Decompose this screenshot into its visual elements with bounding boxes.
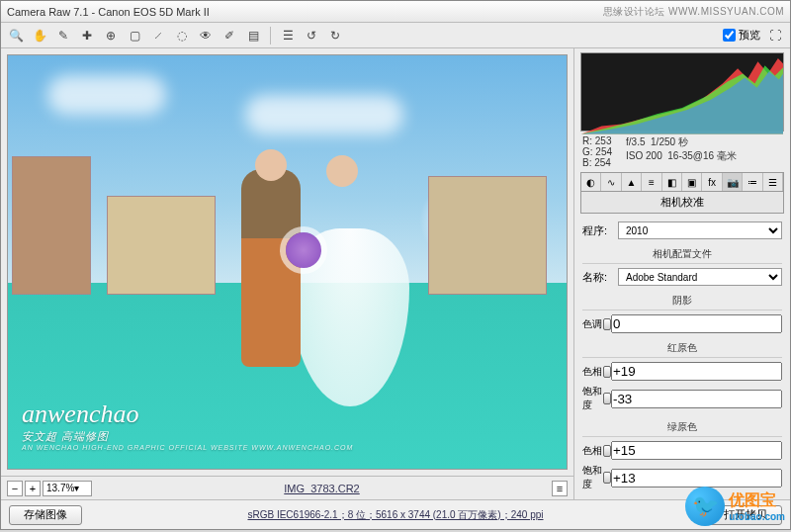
eyedropper-icon[interactable]: ✎	[54, 27, 72, 44]
green-hue-value[interactable]	[611, 441, 782, 460]
logo-cn: 优图宝	[729, 490, 785, 511]
rgb-r: R: 253	[582, 135, 612, 146]
red-sat-value[interactable]	[611, 390, 782, 408]
straighten-icon[interactable]: ⟋	[149, 27, 167, 44]
graduated-filter-icon[interactable]: ▤	[244, 27, 262, 44]
aperture-shutter: f/3.5 1/250 秒	[626, 135, 737, 149]
tab-presets[interactable]: ≔	[743, 173, 762, 191]
shadow-tint-label: 色调	[582, 317, 603, 331]
dialog-footer: 存储图像 sRGB IEC61966-2.1；8 位；5616 x 3744 (…	[1, 499, 790, 529]
save-button[interactable]: 存储图像	[9, 505, 82, 525]
profile-section: 相机配置文件	[582, 245, 782, 264]
tab-curve[interactable]: ∿	[601, 173, 621, 191]
tab-split[interactable]: ◧	[662, 173, 682, 191]
tab-detail[interactable]: ▲	[622, 173, 642, 191]
green-section: 绿原色	[582, 418, 782, 437]
adjust-tabs: ◐ ∿ ▲ ≡ ◧ ▣ fx 📷 ≔ ☰	[580, 172, 784, 192]
exposure-info: R: 253 G: 254 B: 254 f/3.5 1/250 秒 ISO 2…	[574, 133, 790, 170]
zoom-control: − + 13.7% ▾	[7, 481, 92, 496]
profile-select[interactable]: Adobe Standard	[618, 268, 782, 286]
logo-en: utobao.com	[729, 511, 785, 522]
zoom-in-button[interactable]: +	[25, 481, 41, 496]
right-pane: R: 253 G: 254 B: 254 f/3.5 1/250 秒 ISO 2…	[574, 48, 790, 499]
fullscreen-icon[interactable]: ⛶	[766, 27, 784, 44]
spot-removal-icon[interactable]: ◌	[173, 27, 191, 44]
bird-icon: 🐦	[685, 487, 725, 526]
name-label: 名称:	[582, 270, 614, 285]
utobao-logo: 🐦 优图宝 utobao.com	[685, 487, 785, 526]
rotate-cw-icon[interactable]: ↻	[326, 27, 344, 44]
tab-hsl[interactable]: ≡	[642, 173, 661, 191]
image-preview[interactable]: anwenchao 安文超 高端修图 AN WENCHAO HIGH-END G…	[7, 54, 568, 470]
prefs-icon[interactable]: ☰	[279, 27, 297, 44]
shadow-section: 阴影	[582, 292, 782, 310]
red-hue-label: 色相	[582, 365, 603, 379]
calibration-panel: 程序: 2010 相机配置文件 名称: Adobe Standard 阴影 色调…	[574, 214, 790, 499]
titlebar: Camera Raw 7.1 - Canon EOS 5D Mark II 思缘…	[1, 1, 790, 23]
color-sampler-icon[interactable]: ✚	[78, 27, 96, 44]
toolbar: 🔍 ✋ ✎ ✚ ⊕ ▢ ⟋ ◌ 👁 ✐ ▤ ☰ ↺ ↻ 预览 ⛶	[1, 23, 790, 48]
tab-basic[interactable]: ◐	[581, 173, 601, 191]
preview-checkbox-input[interactable]	[723, 29, 736, 42]
red-sat-label: 饱和度	[582, 385, 603, 412]
tab-lens[interactable]: ▣	[682, 173, 702, 191]
preview-checkbox-label: 预览	[739, 28, 760, 43]
process-label: 程序:	[582, 223, 614, 238]
shadow-tint-value[interactable]	[611, 314, 782, 333]
redeye-icon[interactable]: 👁	[197, 27, 215, 44]
histogram[interactable]	[580, 52, 784, 132]
tab-camera-calibration[interactable]: 📷	[723, 173, 743, 191]
target-adjust-icon[interactable]: ⊕	[102, 27, 120, 44]
site-watermark: 思缘设计论坛 WWW.MISSYUAN.COM	[603, 5, 784, 19]
preview-footer: − + 13.7% ▾ IMG_3783.CR2 ≡	[1, 476, 573, 499]
green-hue-label: 色相	[582, 444, 603, 458]
filmstrip-toggle-icon[interactable]: ≡	[552, 481, 568, 496]
window-title: Camera Raw 7.1 - Canon EOS 5D Mark II	[7, 6, 210, 18]
red-section: 红原色	[582, 339, 782, 358]
green-sat-label: 饱和度	[582, 464, 603, 491]
adjustment-brush-icon[interactable]: ✐	[220, 27, 238, 44]
camera-raw-window: Camera Raw 7.1 - Canon EOS 5D Mark II 思缘…	[0, 0, 791, 530]
subjects	[231, 149, 390, 406]
tab-fx[interactable]: fx	[702, 173, 722, 191]
red-hue-value[interactable]	[611, 362, 782, 381]
left-pane: anwenchao 安文超 高端修图 AN WENCHAO HIGH-END G…	[1, 48, 574, 499]
hand-tool-icon[interactable]: ✋	[31, 27, 48, 44]
zoom-value[interactable]: 13.7% ▾	[43, 481, 92, 496]
rgb-g: G: 254	[582, 146, 612, 157]
iso-lens: ISO 200 16-35@16 毫米	[626, 149, 737, 163]
workflow-link[interactable]: sRGB IEC61966-2.1；8 位；5616 x 3744 (21.0 …	[90, 508, 701, 522]
panel-title: 相机校准	[580, 192, 784, 214]
main-area: anwenchao 安文超 高端修图 AN WENCHAO HIGH-END G…	[1, 48, 790, 499]
toolbar-separator	[270, 27, 271, 44]
zoom-out-button[interactable]: −	[7, 481, 23, 496]
preview-checkbox[interactable]: 预览	[723, 28, 760, 43]
tab-snapshots[interactable]: ☰	[763, 173, 783, 191]
rotate-ccw-icon[interactable]: ↺	[303, 27, 320, 44]
green-sat-value[interactable]	[611, 469, 782, 488]
rgb-b: B: 254	[582, 157, 612, 168]
process-select[interactable]: 2010	[618, 222, 782, 239]
filename-link[interactable]: IMG_3783.CR2	[98, 483, 546, 494]
crop-icon[interactable]: ▢	[126, 27, 143, 44]
zoom-tool-icon[interactable]: 🔍	[7, 27, 25, 44]
image-watermark: anwenchao 安文超 高端修图 AN WENCHAO HIGH-END G…	[22, 399, 353, 451]
